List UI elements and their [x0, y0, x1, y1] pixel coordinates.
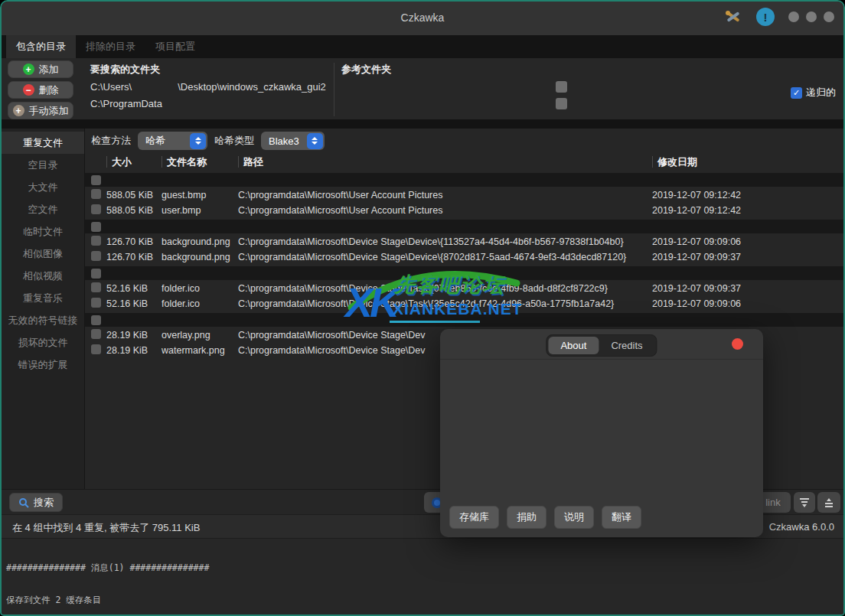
cell-name: guest.bmp: [161, 190, 238, 200]
group-header-row[interactable]: [85, 313, 843, 327]
dialog-close-button[interactable]: [732, 338, 743, 350]
cell-path: C:\programdata\Microsoft\User Account Pi…: [238, 205, 652, 216]
close-button[interactable]: [824, 11, 834, 22]
recursive-checkbox[interactable]: ✓: [791, 87, 802, 99]
cell-date: 2019-12-07 09:12:42: [652, 205, 843, 216]
cell-size: 28.19 KiB: [106, 330, 161, 341]
repository-button[interactable]: 存储库: [449, 506, 499, 529]
table-row[interactable]: 52.16 KiB folder.ico C:\programdata\Micr…: [85, 281, 843, 296]
sidebar-item-similar-videos[interactable]: 相似视频: [2, 265, 84, 287]
dialog-tab-about[interactable]: About: [548, 337, 599, 354]
reference-checkbox[interactable]: [556, 98, 567, 109]
row-checkbox[interactable]: [91, 204, 101, 214]
group-header-row[interactable]: [85, 173, 843, 187]
dialog-separator: [440, 359, 763, 360]
sidebar-item-empty-files[interactable]: 空文件: [2, 198, 84, 220]
remove-directory-button[interactable]: − 删除: [8, 81, 73, 99]
reference-checkbox[interactable]: [556, 81, 567, 93]
col-size[interactable]: 大小: [106, 156, 161, 168]
group-checkbox[interactable]: [91, 315, 101, 325]
instruction-button[interactable]: 说明: [554, 506, 594, 529]
group-header-row[interactable]: [85, 266, 843, 280]
donation-button[interactable]: 捐助: [507, 506, 546, 529]
hash-type-dropdown[interactable]: Blake3: [261, 132, 325, 150]
sidebar-item-duplicate-files[interactable]: 重复文件: [2, 132, 84, 154]
group-header-row[interactable]: [85, 220, 843, 233]
dialog-tab-credits[interactable]: Credits: [599, 337, 654, 354]
cell-path: C:\programdata\Microsoft\Device Stage\De…: [238, 236, 652, 247]
directory-row[interactable]: C:\ProgramData: [90, 98, 162, 109]
minimize-button[interactable]: [788, 11, 799, 22]
cell-size: 588.05 KiB: [106, 205, 161, 216]
sidebar-item-big-files[interactable]: 大文件: [2, 176, 84, 198]
tab-project-config[interactable]: 项目配置: [145, 35, 205, 58]
cell-size: 588.05 KiB: [106, 190, 161, 200]
tab-included-directories[interactable]: 包含的目录: [6, 35, 76, 58]
log-line: 保存到文件 2 缓存条目: [6, 595, 839, 605]
export-icon: [823, 497, 835, 509]
panel-separator: [2, 119, 843, 129]
directory-row[interactable]: C:\Users\\Desktop\windows_czkawka_gui2: [90, 81, 326, 93]
export-button[interactable]: [817, 492, 840, 513]
table-row[interactable]: 588.05 KiB user.bmp C:\programdata\Micro…: [85, 203, 843, 218]
hash-type-label: 哈希类型: [214, 134, 254, 148]
add-directory-button[interactable]: + 添加: [8, 60, 73, 78]
plus-icon: +: [13, 105, 24, 116]
sort-icon: [798, 497, 811, 509]
tab-excluded-directories[interactable]: 排除的目录: [76, 35, 145, 58]
check-method-value: 哈希: [138, 134, 190, 148]
path-prefix: C:\Users\: [90, 81, 132, 93]
cell-date: 2019-12-07 09:09:06: [652, 298, 843, 309]
row-checkbox[interactable]: [91, 189, 101, 199]
table-row[interactable]: 52.16 KiB folder.ico C:\programdata\Micr…: [85, 296, 843, 311]
info-icon[interactable]: !: [756, 8, 775, 26]
check-method-dropdown[interactable]: 哈希: [138, 132, 207, 150]
group-checkbox[interactable]: [91, 175, 101, 185]
sidebar-item-invalid-symlinks[interactable]: 无效的符号链接: [2, 309, 84, 331]
row-checkbox[interactable]: [91, 344, 101, 354]
row-checkbox[interactable]: [91, 236, 101, 246]
cell-name: background.png: [161, 252, 238, 262]
add-label: 添加: [39, 63, 59, 77]
sidebar-item-duplicate-music[interactable]: 重复音乐: [2, 287, 84, 309]
settings-tools-icon[interactable]: [724, 8, 742, 26]
dialog-tab-switcher: About Credits: [546, 334, 657, 357]
group-checkbox[interactable]: [91, 269, 101, 279]
sidebar-item-similar-images[interactable]: 相似图像: [2, 243, 84, 265]
sidebar-item-bad-extensions[interactable]: 错误的扩展: [2, 354, 84, 376]
cell-name: user.bmp: [161, 205, 238, 216]
row-checkbox[interactable]: [91, 282, 101, 292]
group-checkbox[interactable]: [91, 222, 101, 232]
column-divider: [334, 63, 334, 116]
cell-name: watermark.png: [161, 345, 238, 356]
col-name[interactable]: 文件名称: [161, 156, 238, 168]
translation-button[interactable]: 翻译: [602, 506, 641, 529]
sidebar-item-broken-files[interactable]: 损坏的文件: [2, 331, 84, 354]
chevron-updown-icon: [307, 133, 323, 149]
sidebar-item-temp-files[interactable]: 临时文件: [2, 220, 84, 243]
row-checkbox[interactable]: [91, 329, 101, 339]
row-checkbox[interactable]: [91, 298, 101, 308]
manual-add-label: 手动添加: [29, 104, 69, 118]
hardlink-label: link: [765, 497, 781, 508]
cell-name: overlay.png: [161, 330, 238, 341]
check-method-label: 检查方法: [91, 134, 131, 148]
col-date[interactable]: 修改日期: [652, 156, 843, 168]
sidebar-item-empty-dirs[interactable]: 空目录: [2, 154, 84, 176]
title-bar: Czkawka !: [2, 2, 843, 35]
sort-button[interactable]: [794, 492, 815, 513]
window-controls: [788, 11, 834, 22]
check-icon: ✓: [793, 88, 800, 98]
cell-size: 126.70 KiB: [106, 236, 161, 247]
cell-date: 2019-12-07 09:09:37: [652, 252, 843, 262]
tool-sidebar: 重复文件 空目录 大文件 空文件 临时文件 相似图像 相似视频 重复音乐 无效的…: [2, 129, 85, 489]
table-row[interactable]: 126.70 KiB background.png C:\programdata…: [85, 249, 843, 265]
row-checkbox[interactable]: [91, 251, 101, 261]
table-row[interactable]: 588.05 KiB guest.bmp C:\programdata\Micr…: [85, 187, 843, 203]
col-path[interactable]: 路径: [238, 156, 652, 168]
manual-add-button[interactable]: + 手动添加: [8, 102, 73, 119]
search-button[interactable]: 搜索: [9, 493, 63, 512]
table-row[interactable]: 126.70 KiB background.png C:\programdata…: [85, 234, 843, 249]
cell-path: C:\programdata\Microsoft\Device Stage\Ta…: [238, 298, 652, 309]
maximize-button[interactable]: [806, 11, 817, 22]
